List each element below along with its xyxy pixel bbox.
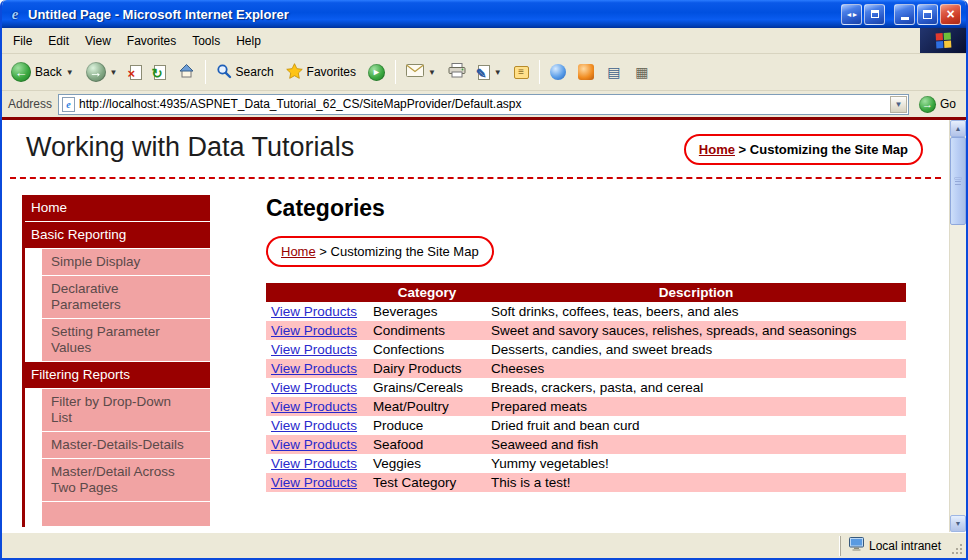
sidebar-item[interactable]: Basic Reporting (22, 222, 210, 248)
view-products-link[interactable]: View Products (271, 418, 357, 433)
main-content: Categories Home > Customizing the Site M… (266, 195, 949, 527)
categories-table-body: View ProductsBeveragesSoft drinks, coffe… (266, 302, 906, 492)
breadcrumb-home-link[interactable]: Home (281, 244, 316, 259)
header-empty (266, 283, 368, 302)
stop-button[interactable]: × (125, 62, 147, 83)
scrollbar-track[interactable] (950, 137, 966, 515)
intranet-icon (849, 537, 864, 554)
close-button[interactable]: × (940, 4, 961, 25)
addon-button-4[interactable]: ▦ (629, 61, 655, 83)
print-icon (448, 63, 466, 81)
menu-help[interactable]: Help (228, 30, 269, 52)
title-extra-arrows-button[interactable]: ◄► (841, 4, 862, 25)
sidebar-item[interactable]: Filter by Drop-Down List (42, 389, 210, 431)
home-button[interactable] (173, 60, 200, 84)
sidebar-item[interactable]: Setting Parameter Values (42, 319, 210, 361)
toolbar-separator (205, 60, 206, 84)
view-products-cell: View Products (266, 321, 368, 340)
toolbar-separator (395, 60, 396, 84)
refresh-icon: ↻ (154, 65, 166, 80)
breadcrumb-annotation-content: Home > Customizing the Site Map (266, 236, 494, 267)
scroll-up-button[interactable]: ▲ (950, 120, 966, 137)
view-products-cell: View Products (266, 302, 368, 321)
view-products-link[interactable]: View Products (271, 399, 357, 414)
vertical-scrollbar[interactable]: ▲ ▼ (949, 120, 966, 532)
table-row: View ProductsGrains/CerealsBreads, crack… (266, 378, 906, 397)
view-products-link[interactable]: View Products (271, 437, 357, 452)
window-title: Untitled Page - Microsoft Internet Explo… (28, 7, 836, 22)
menu-edit[interactable]: Edit (40, 30, 77, 52)
media-icon: ► (368, 64, 385, 81)
menu-view[interactable]: View (77, 30, 119, 52)
menu-tools[interactable]: Tools (184, 30, 228, 52)
back-button[interactable]: ← Back ▼ (6, 59, 79, 85)
maximize-button[interactable] (917, 4, 938, 25)
menu-bar: File Edit View Favorites Tools Help (2, 28, 966, 54)
view-products-link[interactable]: View Products (271, 380, 357, 395)
mail-button[interactable]: ▼ (401, 61, 441, 83)
breadcrumb-home-link[interactable]: Home (699, 142, 735, 157)
description-cell: Sweet and savory sauces, relishes, sprea… (486, 321, 906, 340)
go-button[interactable]: → Go (915, 95, 960, 114)
view-products-link[interactable]: View Products (271, 342, 357, 357)
page-favicon: e (62, 97, 75, 112)
resize-grip[interactable] (949, 536, 964, 556)
search-button[interactable]: Search (211, 60, 279, 85)
status-message (4, 536, 840, 556)
category-cell: Beverages (368, 302, 486, 321)
sidebar-item[interactable]: Master-Details-Details (42, 432, 210, 458)
minimize-button[interactable] (894, 4, 915, 25)
category-cell: Produce (368, 416, 486, 435)
view-products-cell: View Products (266, 473, 368, 492)
category-cell: Test Category (368, 473, 486, 492)
view-products-link[interactable]: View Products (271, 475, 357, 490)
addon-button-1[interactable] (545, 61, 571, 83)
sidebar-item[interactable]: Filtering Reports (22, 362, 210, 388)
view-products-cell: View Products (266, 340, 368, 359)
go-icon: → (919, 96, 936, 113)
menu-file[interactable]: File (5, 30, 40, 52)
maximize-icon (923, 10, 932, 19)
title-extra-window-button[interactable] (864, 4, 885, 25)
refresh-button[interactable]: ↻ (149, 62, 171, 83)
address-input[interactable]: e http://localhost:4935/ASPNET_Data_Tuto… (58, 94, 909, 115)
edit-button[interactable]: ✎ ▼ (473, 62, 507, 83)
left-right-arrows-icon: ◄► (846, 11, 858, 18)
sidebar-item[interactable]: Declarative Parameters (42, 276, 210, 318)
discuss-button[interactable]: ≡ (509, 63, 534, 82)
sidebar-item-partial[interactable] (42, 502, 210, 526)
sidebar-item[interactable]: Simple Display (42, 249, 210, 275)
media-button[interactable]: ► (363, 61, 390, 84)
category-cell: Dairy Products (368, 359, 486, 378)
address-dropdown-button[interactable]: ▼ (890, 96, 907, 113)
addon-button-2[interactable] (573, 61, 599, 83)
calculator-addon-icon: ▤ (606, 64, 622, 80)
sidebar-item[interactable]: Master/Detail Across Two Pages (42, 459, 210, 501)
table-row: View ProductsBeveragesSoft drinks, coffe… (266, 302, 906, 321)
view-products-link[interactable]: View Products (271, 323, 357, 338)
favorites-button[interactable]: Favorites (281, 60, 361, 85)
category-cell: Veggies (368, 454, 486, 473)
addon-button-3[interactable]: ▤ (601, 61, 627, 83)
breadcrumb-separator: > (739, 142, 747, 157)
table-header-row: Category Description (266, 283, 906, 302)
mail-dropdown-icon: ▼ (428, 68, 436, 77)
print-button[interactable] (443, 60, 471, 84)
view-products-link[interactable]: View Products (271, 304, 357, 319)
table-row: View ProductsMeat/PoultryPrepared meats (266, 397, 906, 416)
forward-button[interactable]: → ▼ (81, 59, 123, 85)
description-cell: Desserts, candies, and sweet breads (486, 340, 906, 359)
menu-favorites[interactable]: Favorites (119, 30, 184, 52)
view-products-link[interactable]: View Products (271, 361, 357, 376)
windows-flag-icon (935, 33, 951, 49)
description-cell: Soft drinks, coffees, teas, beers, and a… (486, 302, 906, 321)
scroll-down-button[interactable]: ▼ (950, 515, 966, 532)
sidebar-item[interactable]: Home (22, 195, 210, 221)
blue-globe-icon (550, 64, 566, 80)
table-row: View ProductsCondimentsSweet and savory … (266, 321, 906, 340)
close-icon: × (946, 7, 954, 21)
view-products-link[interactable]: View Products (271, 456, 357, 471)
description-cell: This is a test! (486, 473, 906, 492)
sidebar-menu: HomeBasic ReportingSimple DisplayDeclara… (22, 195, 210, 527)
scrollbar-thumb[interactable] (950, 137, 966, 225)
